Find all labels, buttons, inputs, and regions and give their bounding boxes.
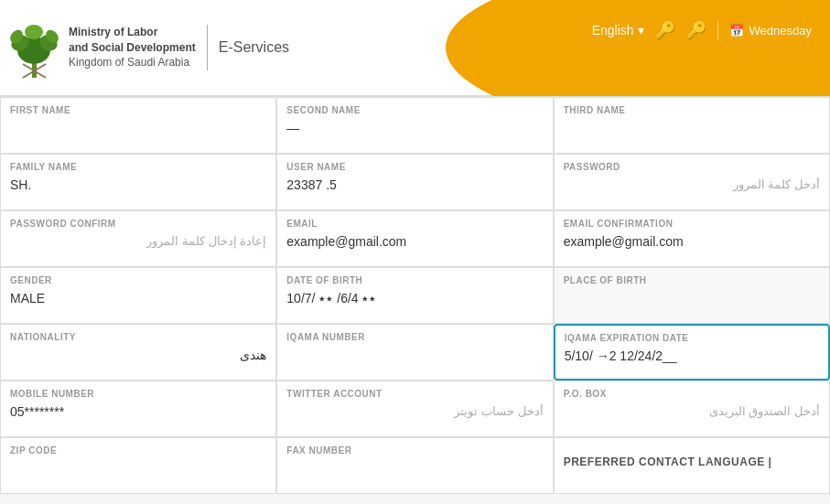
svg-point-7 [25,25,43,39]
form-cell-r5-c1[interactable]: TWITTER ACCOUNTأدخل حساب تويتر [276,381,553,437]
field-label-r1-c0: FAMILY NAME [10,162,266,172]
calendar-icon: 📅 [729,24,744,38]
form-cell-r1-c1[interactable]: USER NAME23387 .5 [276,154,553,210]
form-cell-r2-c1[interactable]: EMAILexample@gmail.com [276,210,553,267]
form-cell-r4-c1[interactable]: IQAMA NUMBER [276,324,553,381]
chevron-down-icon: ▾ [638,23,644,38]
field-label-r4-c0: NATIONALITY [10,332,266,342]
field-label-r3-c0: GENDER [10,275,266,285]
field-label-r2-c0: PASSWORD CONFIRM [10,219,266,229]
form-cell-r6-c1[interactable]: FAX NUMBER [276,437,553,494]
form-cell-r5-c2[interactable]: P.O. BOXأدخل الصندوق البريدى [554,381,830,437]
field-value-r5-c0: 05******** [10,404,266,419]
logo-icon [9,14,59,82]
field-value-r1-c1: 23387 .5 [286,177,543,192]
header-decoration [299,0,830,96]
form-cell-r1-c0[interactable]: FAMILY NAMESH. [0,154,276,210]
form-cell-r2-c2[interactable]: EMAIL CONFIRMATIONexample@gmail.com [554,210,830,267]
field-label-r6-c1: FAX NUMBER [286,445,543,456]
field-value-r4-c2: 5/10/ →2 12/24/2__ [565,349,819,363]
field-label-r4-c2: IQAMA EXPIRATION DATE [565,333,819,343]
header: Ministry of Labor and Social Development… [0,0,830,96]
field-label-r2-c2: EMAIL CONFIRMATION [564,219,820,229]
field-label-r1-c1: USER NAME [286,162,543,172]
field-value-r3-c0: MALE [10,291,266,306]
date-display: 📅 Wednesday [729,24,812,38]
date-label: Wednesday [749,24,812,38]
logo-text-block: Ministry of Labor and Social Development… [69,25,196,70]
field-label-r2-c1: EMAIL [286,219,543,229]
field-placeholder-r2-c0: إعادة إدخال كلمة المرور [10,234,266,248]
form-grid: FIRST NAMESECOND NAME—THIRD NAMEFAMILY N… [0,96,830,494]
logo-area: Ministry of Labor and Social Development… [0,14,289,82]
field-placeholder-r5-c1: أدخل حساب تويتر [286,404,543,418]
form-cell-r1-c2[interactable]: PASSWORDأدخل كلمة المرور [554,154,830,210]
form-cell-r3-c1[interactable]: DATE OF BIRTH10/7/ ٭٭ 6/4/ ٭٭ [276,267,553,324]
field-label-r4-c1: IQAMA NUMBER [286,332,543,342]
field-label-r0-c2: THIRD NAME [564,105,820,115]
field-label-r3-c1: DATE OF BIRTH [286,275,543,285]
field-value-r2-c2: example@gmail.com [564,234,820,249]
ministry-name-line2: and Social Development [69,41,196,54]
field-value-r3-c1: 10/7/ ٭٭ 6/4/ ٭٭ [286,291,543,306]
field-label-r0-c1: SECOND NAME [286,105,543,115]
field-label-r1-c2: PASSWORD [564,162,820,172]
field-label-r0-c0: FIRST NAME [10,105,266,115]
form-cell-r4-c2[interactable]: IQAMA EXPIRATION DATE5/10/ →2 12/24/2__ [554,324,830,381]
key-icon-1[interactable]: 🔑 [655,20,675,40]
field-label-r5-c2: P.O. BOX [564,389,820,399]
field-label-r3-c2: PLACE OF BIRTH [564,275,820,285]
field-value-r1-c0: SH. [10,177,266,192]
field-label-r5-c1: TWITTER ACCOUNT [286,389,543,399]
field-placeholder-r5-c2: أدخل الصندوق البريدى [564,404,820,418]
header-nav: English ▾ 🔑 🔑 📅 Wednesday [592,20,812,40]
form-cell-r3-c2[interactable]: PLACE OF BIRTH [554,267,830,324]
field-value-r2-c1: example@gmail.com [286,234,543,249]
field-label-r6-c2: Preferred contact language | [564,456,772,468]
logo-divider [207,25,208,70]
form-cell-r5-c0[interactable]: MOBILE NUMBER05******** [0,381,276,437]
form-cell-r6-c0[interactable]: ZIP CODE [0,437,276,494]
form-cell-r0-c2[interactable]: THIRD NAME [554,97,830,154]
form-cell-r2-c0[interactable]: PASSWORD CONFIRMإعادة إدخال كلمة المرور [0,210,276,267]
form-cell-r0-c1[interactable]: SECOND NAME— [276,97,553,154]
ministry-name-line1: Ministry of Labor [69,26,157,38]
field-label-r5-c0: MOBILE NUMBER [10,389,266,399]
ministry-name-line3: Kingdom of Saudi Arabia [69,56,189,69]
field-placeholder-r1-c2: أدخل كلمة المرور [564,177,820,191]
form-cell-r0-c0[interactable]: FIRST NAME [0,97,276,154]
nav-divider [717,21,718,39]
form-cell-r4-c0[interactable]: NATIONALITYهندى [0,324,276,381]
language-selector[interactable]: English ▾ [592,23,644,38]
svg-point-0 [446,0,830,96]
eservices-label: E-Services [219,39,289,56]
field-label-r6-c0: ZIP CODE [10,445,266,456]
language-label: English [592,23,634,38]
registration-form: FIRST NAMESECOND NAME—THIRD NAMEFAMILY N… [0,96,830,494]
field-value-r4-c0: هندى [10,348,266,362]
form-cell-r3-c0[interactable]: GENDERMALE [0,267,276,324]
key-icon-2[interactable]: 🔑 [686,20,706,40]
form-cell-r6-c2[interactable]: Preferred contact language | [554,437,830,494]
field-value-r0-c1: — [286,121,543,135]
